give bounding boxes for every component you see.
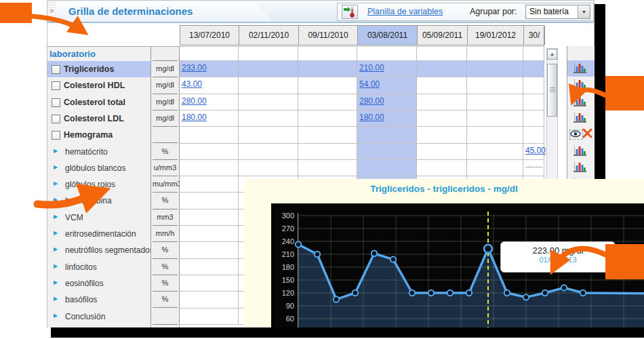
data-point[interactable]: [523, 294, 529, 300]
sidebar-item[interactable]: ▶basófilos: [47, 292, 150, 308]
arrow-bullet-icon: ▶: [54, 197, 58, 203]
date-column-header[interactable]: 09/11/2010: [299, 26, 358, 45]
highlighted-data-point[interactable]: [484, 245, 492, 253]
scroll-up-icon[interactable]: ▲: [547, 49, 557, 60]
unit-cell: mu/mm3: [153, 176, 178, 193]
data-point[interactable]: [353, 290, 358, 296]
data-point[interactable]: [504, 290, 510, 296]
sidebar-item[interactable]: ▶eritrosedimentación: [47, 226, 150, 242]
bar-chart-icon[interactable]: [573, 79, 586, 90]
bar-chart-icon[interactable]: [573, 62, 586, 74]
sidebar-item[interactable]: Hemograma: [47, 127, 150, 143]
scrollbar-thumb[interactable]: [547, 64, 557, 117]
bar-chart-icon[interactable]: [573, 145, 586, 157]
grid-line: [180, 46, 544, 47]
sidebar-item[interactable]: ▶eosinófilos: [47, 275, 150, 292]
y-tick-label: 210: [282, 250, 294, 258]
unit-cell: %: [153, 193, 178, 209]
collapse-sidebar-button[interactable]: >: [47, 1, 57, 22]
cell-value-link[interactable]: 180.00: [359, 113, 384, 122]
unit-cell: mg/dl: [153, 61, 178, 77]
sidebar-item[interactable]: ▶Conclusión: [47, 308, 150, 325]
y-tick-label: 120: [282, 289, 294, 297]
date-column-header[interactable]: 13/07/2010: [180, 26, 239, 45]
sidebar-item[interactable]: ▶hematócrito: [47, 144, 150, 160]
checkbox[interactable]: [52, 115, 60, 123]
thumb-grip: [550, 92, 555, 92]
data-point[interactable]: [428, 290, 434, 296]
cell-value-link[interactable]: 180.00: [182, 113, 207, 122]
data-point[interactable]: [447, 290, 453, 296]
sidebar-item[interactable]: ▶hemoglobina: [47, 193, 150, 209]
icon-slot: [567, 77, 595, 93]
checkbox[interactable]: [52, 65, 60, 74]
sidebar-item[interactable]: ▶linfocitos: [47, 259, 150, 275]
date-column-header[interactable]: 02/11/2010: [239, 26, 299, 45]
checkbox[interactable]: [52, 131, 60, 140]
sidebar-item-label: Colesterol LDL: [64, 111, 124, 127]
planilla-de-variables-link[interactable]: Planilla de variables: [367, 7, 443, 16]
arrow-bullet-icon: ▶: [54, 214, 58, 220]
sidebar-item[interactable]: Trigliceridos: [47, 61, 150, 77]
sidebar-item[interactable]: ▶neutrófilos segmentados: [47, 242, 150, 258]
grid-line: [180, 126, 544, 127]
unit-cell: mm/h: [153, 226, 178, 242]
arrow-bullet-icon: ▶: [54, 313, 58, 319]
data-point[interactable]: [466, 290, 472, 296]
icon-slot: [567, 110, 595, 126]
arrow-bullet-icon: ▶: [54, 164, 58, 170]
y-tick-label: 90: [286, 302, 294, 310]
sidebar-item-label: Colesterol total: [64, 94, 125, 111]
remove-x-icon[interactable]: [582, 128, 592, 141]
chevron-down-icon[interactable]: ▼: [578, 5, 590, 18]
date-column-header[interactable]: 03/08/2011: [358, 26, 418, 45]
date-column-header[interactable]: 19/01/2012: [468, 26, 524, 45]
cell-value-link[interactable]: 210.00: [359, 63, 384, 73]
cell-value-link[interactable]: 43.00: [182, 79, 202, 89]
unit-cell: %: [153, 144, 178, 160]
checkbox[interactable]: [52, 98, 60, 107]
unit-column: mg/dlmg/dlmg/dlmg/dl%u/mm3mu/mm3%mm3mm/h…: [150, 46, 180, 327]
data-point[interactable]: [580, 290, 586, 296]
cell-value-link[interactable]: 54.00: [359, 79, 380, 89]
bar-chart-icon[interactable]: [573, 161, 586, 173]
y-tick-label: 300: [282, 212, 294, 220]
cell-value-link[interactable]: 280.00: [182, 96, 207, 106]
unit-cell: %: [153, 242, 178, 258]
data-point[interactable]: [409, 290, 415, 296]
data-point[interactable]: [296, 241, 301, 247]
unit-cell: mg/dl: [153, 94, 178, 111]
cell-value-link[interactable]: 280.00: [359, 96, 384, 106]
cell-value-link[interactable]: 45.00: [525, 146, 546, 155]
toolbar: Planilla de variables Agrupar por: Sin b…: [337, 3, 594, 21]
sidebar-item-label: VCM: [65, 210, 83, 226]
arrow-bullet-icon: ▶: [54, 246, 58, 252]
sidebar-item[interactable]: ▶glóbulos blancos: [47, 160, 150, 176]
bar-chart-icon[interactable]: [573, 112, 586, 123]
data-point[interactable]: [561, 285, 567, 290]
sidebar-item-label: Colesterol HDL: [64, 77, 125, 94]
sidebar-item[interactable]: Colesterol total: [47, 94, 150, 111]
date-column-header[interactable]: 30/: [524, 26, 545, 45]
sidebar-item[interactable]: ▶VCM: [47, 210, 150, 226]
data-point[interactable]: [390, 256, 396, 262]
sidebar-item[interactable]: Colesterol LDL: [47, 111, 150, 127]
page-title: Grilla de determinaciones: [68, 1, 193, 22]
variables-button[interactable]: [342, 5, 358, 19]
cell-value-link[interactable]: 233.00: [182, 63, 207, 73]
grid-line: [238, 46, 239, 324]
group-by-select[interactable]: Sin batería ▼: [525, 5, 590, 19]
sidebar-item[interactable]: Colesterol HDL: [47, 77, 150, 94]
checkbox[interactable]: [52, 81, 60, 90]
arrow-bullet-icon: ▶: [54, 279, 58, 285]
data-point[interactable]: [542, 290, 548, 296]
tooltip-value: 223.00 mg/dl: [501, 245, 615, 256]
data-point[interactable]: [334, 296, 339, 302]
date-column-header[interactable]: 05/09/2011: [418, 26, 468, 45]
data-point[interactable]: [315, 252, 320, 257]
header-bar: > Grilla de determinaciones Planilla de …: [47, 1, 594, 23]
bar-chart-icon[interactable]: [573, 96, 586, 107]
eye-icon[interactable]: [569, 129, 583, 140]
data-point[interactable]: [371, 251, 377, 256]
sidebar-item[interactable]: ▶glóbulos rojos: [47, 176, 150, 193]
